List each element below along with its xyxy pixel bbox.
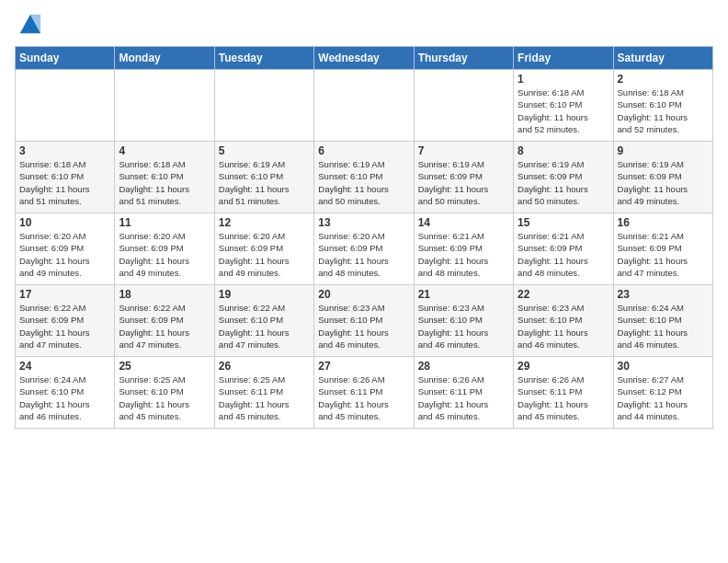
day-info: Sunrise: 6:20 AM Sunset: 6:09 PM Dayligh…	[119, 230, 210, 279]
day-info: Sunrise: 6:19 AM Sunset: 6:10 PM Dayligh…	[318, 158, 409, 207]
weekday-header-tuesday: Tuesday	[214, 47, 313, 70]
day-cell: 24Sunrise: 6:24 AM Sunset: 6:10 PM Dayli…	[16, 357, 115, 429]
day-number: 16	[618, 216, 709, 229]
day-cell: 27Sunrise: 6:26 AM Sunset: 6:11 PM Dayli…	[314, 357, 414, 429]
weekday-header-thursday: Thursday	[414, 47, 513, 70]
day-cell: 19Sunrise: 6:22 AM Sunset: 6:10 PM Dayli…	[214, 285, 313, 357]
day-info: Sunrise: 6:22 AM Sunset: 6:09 PM Dayligh…	[119, 302, 210, 350]
weekday-header-row: SundayMondayTuesdayWednesdayThursdayFrid…	[16, 47, 713, 70]
day-number: 9	[618, 144, 709, 157]
day-number: 27	[318, 360, 409, 373]
day-number: 18	[119, 288, 210, 301]
day-info: Sunrise: 6:25 AM Sunset: 6:11 PM Dayligh…	[219, 373, 310, 422]
day-number: 25	[119, 360, 210, 373]
day-cell: 12Sunrise: 6:20 AM Sunset: 6:09 PM Dayli…	[214, 213, 313, 285]
day-number: 15	[518, 216, 609, 229]
day-number: 2	[618, 73, 709, 86]
day-cell: 9Sunrise: 6:19 AM Sunset: 6:09 PM Daylig…	[613, 142, 712, 213]
header	[15, 11, 713, 37]
day-number: 22	[518, 288, 609, 301]
day-info: Sunrise: 6:19 AM Sunset: 6:09 PM Dayligh…	[618, 158, 709, 207]
day-number: 29	[518, 360, 609, 373]
day-cell: 2Sunrise: 6:18 AM Sunset: 6:10 PM Daylig…	[613, 70, 712, 142]
day-cell: 11Sunrise: 6:20 AM Sunset: 6:09 PM Dayli…	[115, 213, 214, 285]
day-info: Sunrise: 6:24 AM Sunset: 6:10 PM Dayligh…	[618, 302, 709, 350]
day-info: Sunrise: 6:21 AM Sunset: 6:09 PM Dayligh…	[418, 230, 509, 279]
day-cell	[414, 70, 513, 142]
day-cell: 21Sunrise: 6:23 AM Sunset: 6:10 PM Dayli…	[414, 285, 513, 357]
day-number: 17	[19, 288, 110, 301]
day-number: 26	[219, 360, 310, 373]
day-number: 5	[219, 144, 310, 157]
day-info: Sunrise: 6:20 AM Sunset: 6:09 PM Dayligh…	[19, 230, 110, 279]
day-cell: 14Sunrise: 6:21 AM Sunset: 6:09 PM Dayli…	[414, 213, 513, 285]
day-cell: 25Sunrise: 6:25 AM Sunset: 6:10 PM Dayli…	[115, 357, 214, 429]
day-number: 24	[19, 360, 110, 373]
logo-icon	[17, 11, 42, 37]
day-cell: 1Sunrise: 6:18 AM Sunset: 6:10 PM Daylig…	[514, 70, 613, 142]
day-cell: 5Sunrise: 6:19 AM Sunset: 6:10 PM Daylig…	[214, 142, 313, 213]
day-info: Sunrise: 6:21 AM Sunset: 6:09 PM Dayligh…	[518, 230, 609, 279]
day-info: Sunrise: 6:26 AM Sunset: 6:11 PM Dayligh…	[318, 373, 409, 422]
day-info: Sunrise: 6:18 AM Sunset: 6:10 PM Dayligh…	[119, 158, 210, 207]
day-number: 14	[418, 216, 509, 229]
day-number: 8	[518, 144, 609, 157]
logo	[15, 11, 42, 37]
day-info: Sunrise: 6:22 AM Sunset: 6:10 PM Dayligh…	[219, 302, 310, 350]
day-cell: 18Sunrise: 6:22 AM Sunset: 6:09 PM Dayli…	[115, 285, 214, 357]
day-info: Sunrise: 6:23 AM Sunset: 6:10 PM Dayligh…	[518, 302, 609, 350]
day-number: 13	[318, 216, 409, 229]
day-number: 30	[618, 360, 709, 373]
weekday-header-sunday: Sunday	[16, 47, 115, 70]
weekday-header-wednesday: Wednesday	[314, 47, 414, 70]
day-cell: 4Sunrise: 6:18 AM Sunset: 6:10 PM Daylig…	[115, 142, 214, 213]
day-info: Sunrise: 6:20 AM Sunset: 6:09 PM Dayligh…	[318, 230, 409, 279]
page: SundayMondayTuesdayWednesdayThursdayFrid…	[0, 0, 728, 563]
day-cell: 8Sunrise: 6:19 AM Sunset: 6:09 PM Daylig…	[514, 142, 613, 213]
day-number: 19	[219, 288, 310, 301]
day-cell: 26Sunrise: 6:25 AM Sunset: 6:11 PM Dayli…	[214, 357, 313, 429]
week-row-3: 10Sunrise: 6:20 AM Sunset: 6:09 PM Dayli…	[16, 213, 713, 285]
day-cell: 6Sunrise: 6:19 AM Sunset: 6:10 PM Daylig…	[314, 142, 414, 213]
day-cell	[214, 70, 313, 142]
day-cell: 22Sunrise: 6:23 AM Sunset: 6:10 PM Dayli…	[514, 285, 613, 357]
day-cell	[314, 70, 414, 142]
day-cell: 13Sunrise: 6:20 AM Sunset: 6:09 PM Dayli…	[314, 213, 414, 285]
day-number: 1	[518, 73, 609, 86]
day-info: Sunrise: 6:19 AM Sunset: 6:09 PM Dayligh…	[518, 158, 609, 207]
week-row-2: 3Sunrise: 6:18 AM Sunset: 6:10 PM Daylig…	[16, 142, 713, 213]
week-row-5: 24Sunrise: 6:24 AM Sunset: 6:10 PM Dayli…	[16, 357, 713, 429]
day-cell: 17Sunrise: 6:22 AM Sunset: 6:09 PM Dayli…	[16, 285, 115, 357]
day-info: Sunrise: 6:22 AM Sunset: 6:09 PM Dayligh…	[19, 302, 110, 350]
day-number: 28	[418, 360, 509, 373]
week-row-1: 1Sunrise: 6:18 AM Sunset: 6:10 PM Daylig…	[16, 70, 713, 142]
day-info: Sunrise: 6:21 AM Sunset: 6:09 PM Dayligh…	[618, 230, 709, 279]
day-cell: 7Sunrise: 6:19 AM Sunset: 6:09 PM Daylig…	[414, 142, 513, 213]
day-number: 4	[119, 144, 210, 157]
day-info: Sunrise: 6:25 AM Sunset: 6:10 PM Dayligh…	[119, 373, 210, 422]
day-cell	[16, 70, 115, 142]
day-info: Sunrise: 6:23 AM Sunset: 6:10 PM Dayligh…	[318, 302, 409, 350]
day-cell: 23Sunrise: 6:24 AM Sunset: 6:10 PM Dayli…	[613, 285, 712, 357]
day-number: 20	[318, 288, 409, 301]
day-number: 11	[119, 216, 210, 229]
day-number: 12	[219, 216, 310, 229]
day-number: 3	[19, 144, 110, 157]
day-cell	[115, 70, 214, 142]
day-cell: 30Sunrise: 6:27 AM Sunset: 6:12 PM Dayli…	[613, 357, 712, 429]
weekday-header-friday: Friday	[514, 47, 613, 70]
day-info: Sunrise: 6:26 AM Sunset: 6:11 PM Dayligh…	[418, 373, 509, 422]
day-info: Sunrise: 6:18 AM Sunset: 6:10 PM Dayligh…	[19, 158, 110, 207]
day-cell: 15Sunrise: 6:21 AM Sunset: 6:09 PM Dayli…	[514, 213, 613, 285]
day-info: Sunrise: 6:24 AM Sunset: 6:10 PM Dayligh…	[19, 373, 110, 422]
day-number: 21	[418, 288, 509, 301]
calendar-table: SundayMondayTuesdayWednesdayThursdayFrid…	[15, 46, 713, 429]
weekday-header-monday: Monday	[115, 47, 214, 70]
day-info: Sunrise: 6:18 AM Sunset: 6:10 PM Dayligh…	[518, 86, 609, 135]
day-cell: 16Sunrise: 6:21 AM Sunset: 6:09 PM Dayli…	[613, 213, 712, 285]
day-info: Sunrise: 6:26 AM Sunset: 6:11 PM Dayligh…	[518, 373, 609, 422]
day-info: Sunrise: 6:19 AM Sunset: 6:10 PM Dayligh…	[219, 158, 310, 207]
day-info: Sunrise: 6:19 AM Sunset: 6:09 PM Dayligh…	[418, 158, 509, 207]
day-number: 7	[418, 144, 509, 157]
day-info: Sunrise: 6:27 AM Sunset: 6:12 PM Dayligh…	[618, 373, 709, 422]
